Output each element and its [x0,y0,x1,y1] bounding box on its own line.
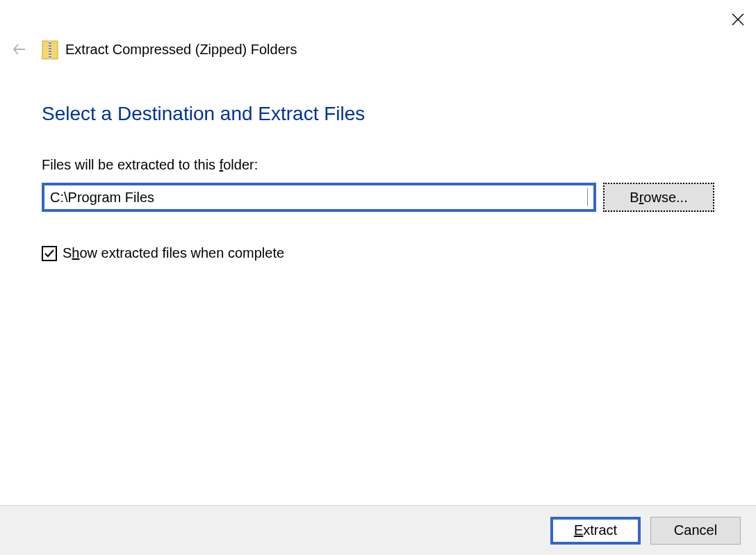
checkbox-label-accel: h [72,245,79,260]
path-row: Browse... [42,183,714,212]
extract-post: xtract [583,522,617,538]
extract-button[interactable]: Extract [550,517,641,545]
svg-rect-4 [49,42,51,44]
svg-rect-5 [49,45,51,47]
show-extracted-row: Show extracted files when complete [42,245,714,261]
browse-accel: r [639,190,644,206]
back-arrow-icon [11,41,28,58]
svg-rect-9 [49,56,51,58]
page-heading: Select a Destination and Extract Files [42,103,714,125]
svg-rect-6 [49,48,51,49]
wizard-title: Extract Compressed (Zipped) Folders [65,42,297,58]
close-icon [731,13,745,26]
browse-pre: B [630,190,639,206]
svg-rect-7 [49,51,51,52]
wizard-header: Extract Compressed (Zipped) Folders [10,39,297,60]
folder-label: Files will be extracted to this folder: [42,157,714,173]
svg-rect-8 [49,53,51,55]
zip-folder-icon [42,39,58,60]
checkbox-label-post: ow extracted files when complete [79,245,284,260]
folder-label-post: older: [223,157,258,172]
show-extracted-checkbox[interactable] [42,246,57,261]
extract-accel: E [574,522,583,538]
dialog-footer: Extract Cancel [0,505,756,555]
destination-path-wrapper [42,183,596,212]
content-area: Select a Destination and Extract Files F… [42,103,714,261]
checkbox-label-pre: S [63,245,72,260]
cancel-label: Cancel [674,522,717,538]
title-row: Extract Compressed (Zipped) Folders [42,39,297,60]
checkmark-icon [44,248,55,259]
show-extracted-label[interactable]: Show extracted files when complete [63,245,284,261]
folder-label-pre: Files will be extracted to this [42,157,220,172]
cancel-button[interactable]: Cancel [650,517,741,545]
destination-path-input[interactable] [50,188,588,206]
browse-button[interactable]: Browse... [603,183,714,212]
browse-post: owse... [643,190,687,206]
close-button[interactable] [731,13,745,26]
back-button[interactable] [10,40,29,59]
